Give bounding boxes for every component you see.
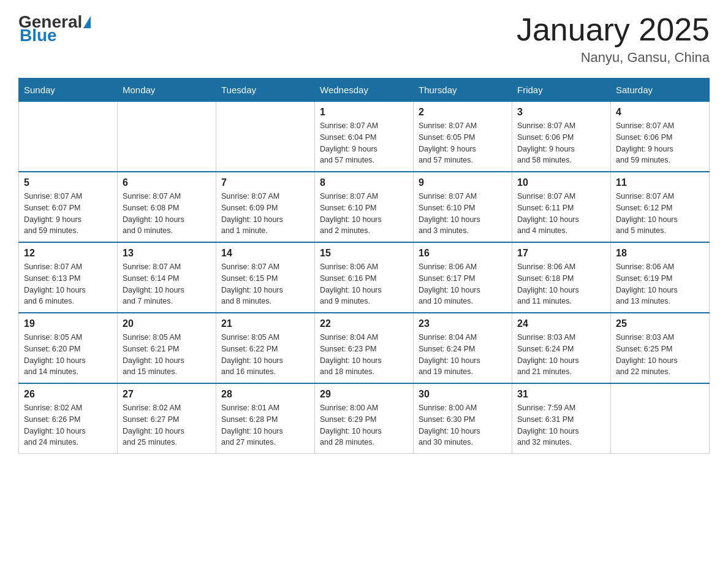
calendar-cell-w3-d5: 16Sunrise: 8:06 AM Sunset: 6:17 PM Dayli… [414, 242, 512, 313]
calendar-cell-w4-d3: 21Sunrise: 8:05 AM Sunset: 6:22 PM Dayli… [216, 313, 315, 383]
day-info: Sunrise: 8:02 AM Sunset: 6:26 PM Dayligh… [24, 402, 112, 448]
calendar-cell-w4-d2: 20Sunrise: 8:05 AM Sunset: 6:21 PM Dayli… [118, 313, 216, 383]
day-number: 31 [517, 389, 605, 400]
day-number: 19 [24, 318, 112, 329]
calendar-cell-w5-d1: 26Sunrise: 8:02 AM Sunset: 6:26 PM Dayli… [19, 383, 118, 454]
day-info: Sunrise: 8:07 AM Sunset: 6:04 PM Dayligh… [320, 120, 408, 166]
day-info: Sunrise: 8:07 AM Sunset: 6:06 PM Dayligh… [517, 120, 605, 166]
day-number: 6 [123, 177, 211, 188]
day-number: 13 [123, 248, 211, 259]
header-friday: Friday [512, 79, 611, 102]
calendar-cell-w2-d1: 5Sunrise: 8:07 AM Sunset: 6:07 PM Daylig… [19, 172, 118, 242]
calendar-cell-w1-d4: 1Sunrise: 8:07 AM Sunset: 6:04 PM Daylig… [315, 102, 414, 172]
weekday-header-row: Sunday Monday Tuesday Wednesday Thursday… [19, 79, 710, 102]
calendar-cell-w2-d7: 11Sunrise: 8:07 AM Sunset: 6:12 PM Dayli… [611, 172, 710, 242]
day-number: 12 [24, 248, 112, 259]
calendar-cell-w1-d2 [118, 102, 216, 172]
day-info: Sunrise: 8:07 AM Sunset: 6:09 PM Dayligh… [221, 191, 309, 237]
calendar-cell-w2-d4: 8Sunrise: 8:07 AM Sunset: 6:10 PM Daylig… [315, 172, 414, 242]
header-saturday: Saturday [611, 79, 710, 102]
calendar-cell-w4-d6: 24Sunrise: 8:03 AM Sunset: 6:24 PM Dayli… [512, 313, 611, 383]
calendar-cell-w1-d6: 3Sunrise: 8:07 AM Sunset: 6:06 PM Daylig… [512, 102, 611, 172]
day-number: 16 [419, 248, 507, 259]
day-number: 11 [616, 177, 704, 188]
calendar-subtitle: Nanyu, Gansu, China [517, 50, 710, 66]
page-header: General Blue January 2025 Nanyu, Gansu, … [18, 12, 710, 66]
logo: General Blue [18, 12, 92, 45]
day-info: Sunrise: 8:00 AM Sunset: 6:30 PM Dayligh… [419, 402, 507, 448]
calendar-cell-w4-d4: 22Sunrise: 8:04 AM Sunset: 6:23 PM Dayli… [315, 313, 414, 383]
header-thursday: Thursday [414, 79, 512, 102]
day-info: Sunrise: 8:02 AM Sunset: 6:27 PM Dayligh… [123, 402, 211, 448]
day-number: 20 [123, 318, 211, 329]
day-info: Sunrise: 8:07 AM Sunset: 6:12 PM Dayligh… [616, 191, 704, 237]
calendar-cell-w1-d5: 2Sunrise: 8:07 AM Sunset: 6:05 PM Daylig… [414, 102, 512, 172]
calendar-cell-w4-d5: 23Sunrise: 8:04 AM Sunset: 6:24 PM Dayli… [414, 313, 512, 383]
day-info: Sunrise: 8:07 AM Sunset: 6:05 PM Dayligh… [419, 120, 507, 166]
calendar-cell-w2-d3: 7Sunrise: 8:07 AM Sunset: 6:09 PM Daylig… [216, 172, 315, 242]
calendar-cell-w3-d2: 13Sunrise: 8:07 AM Sunset: 6:14 PM Dayli… [118, 242, 216, 313]
day-info: Sunrise: 8:01 AM Sunset: 6:28 PM Dayligh… [221, 402, 309, 448]
calendar-title: January 2025 [517, 12, 710, 47]
day-number: 2 [419, 107, 507, 118]
header-tuesday: Tuesday [216, 79, 315, 102]
day-info: Sunrise: 8:06 AM Sunset: 6:19 PM Dayligh… [616, 261, 704, 307]
calendar-cell-w3-d4: 15Sunrise: 8:06 AM Sunset: 6:16 PM Dayli… [315, 242, 414, 313]
day-number: 29 [320, 389, 408, 400]
day-number: 9 [419, 177, 507, 188]
day-number: 27 [123, 389, 211, 400]
day-number: 17 [517, 248, 605, 259]
day-info: Sunrise: 8:05 AM Sunset: 6:20 PM Dayligh… [24, 332, 112, 378]
calendar-cell-w2-d5: 9Sunrise: 8:07 AM Sunset: 6:10 PM Daylig… [414, 172, 512, 242]
calendar-title-area: January 2025 Nanyu, Gansu, China [517, 12, 710, 66]
calendar-cell-w5-d5: 30Sunrise: 8:00 AM Sunset: 6:30 PM Dayli… [414, 383, 512, 454]
day-number: 24 [517, 318, 605, 329]
calendar-cell-w5-d2: 27Sunrise: 8:02 AM Sunset: 6:27 PM Dayli… [118, 383, 216, 454]
calendar-cell-w1-d3 [216, 102, 315, 172]
day-number: 26 [24, 389, 112, 400]
day-info: Sunrise: 8:03 AM Sunset: 6:25 PM Dayligh… [616, 332, 704, 378]
day-number: 30 [419, 389, 507, 400]
header-sunday: Sunday [19, 79, 118, 102]
day-number: 25 [616, 318, 704, 329]
day-info: Sunrise: 8:06 AM Sunset: 6:17 PM Dayligh… [419, 261, 507, 307]
calendar-cell-w3-d6: 17Sunrise: 8:06 AM Sunset: 6:18 PM Dayli… [512, 242, 611, 313]
calendar-cell-w1-d1 [19, 102, 118, 172]
week-row-1: 1Sunrise: 8:07 AM Sunset: 6:04 PM Daylig… [19, 102, 710, 172]
logo-triangle-icon [83, 16, 91, 28]
day-number: 15 [320, 248, 408, 259]
day-info: Sunrise: 8:03 AM Sunset: 6:24 PM Dayligh… [517, 332, 605, 378]
day-info: Sunrise: 8:07 AM Sunset: 6:08 PM Dayligh… [123, 191, 211, 237]
day-number: 23 [419, 318, 507, 329]
day-info: Sunrise: 8:07 AM Sunset: 6:13 PM Dayligh… [24, 261, 112, 307]
calendar-cell-w4-d7: 25Sunrise: 8:03 AM Sunset: 6:25 PM Dayli… [611, 313, 710, 383]
day-info: Sunrise: 8:07 AM Sunset: 6:11 PM Dayligh… [517, 191, 605, 237]
day-number: 5 [24, 177, 112, 188]
day-info: Sunrise: 8:06 AM Sunset: 6:16 PM Dayligh… [320, 261, 408, 307]
logo-blue-text: Blue [20, 26, 57, 45]
day-number: 14 [221, 248, 309, 259]
day-number: 10 [517, 177, 605, 188]
day-info: Sunrise: 7:59 AM Sunset: 6:31 PM Dayligh… [517, 402, 605, 448]
day-info: Sunrise: 8:04 AM Sunset: 6:23 PM Dayligh… [320, 332, 408, 378]
day-number: 7 [221, 177, 309, 188]
calendar-cell-w3-d3: 14Sunrise: 8:07 AM Sunset: 6:15 PM Dayli… [216, 242, 315, 313]
calendar-cell-w5-d6: 31Sunrise: 7:59 AM Sunset: 6:31 PM Dayli… [512, 383, 611, 454]
day-number: 22 [320, 318, 408, 329]
day-number: 1 [320, 107, 408, 118]
day-info: Sunrise: 8:05 AM Sunset: 6:21 PM Dayligh… [123, 332, 211, 378]
day-number: 18 [616, 248, 704, 259]
week-row-3: 12Sunrise: 8:07 AM Sunset: 6:13 PM Dayli… [19, 242, 710, 313]
day-number: 4 [616, 107, 704, 118]
day-info: Sunrise: 8:06 AM Sunset: 6:18 PM Dayligh… [517, 261, 605, 307]
header-monday: Monday [118, 79, 216, 102]
calendar-cell-w5-d7 [611, 383, 710, 454]
calendar-cell-w3-d1: 12Sunrise: 8:07 AM Sunset: 6:13 PM Dayli… [19, 242, 118, 313]
day-info: Sunrise: 8:07 AM Sunset: 6:07 PM Dayligh… [24, 191, 112, 237]
calendar-cell-w5-d4: 29Sunrise: 8:00 AM Sunset: 6:29 PM Dayli… [315, 383, 414, 454]
calendar-cell-w2-d6: 10Sunrise: 8:07 AM Sunset: 6:11 PM Dayli… [512, 172, 611, 242]
day-info: Sunrise: 8:07 AM Sunset: 6:10 PM Dayligh… [320, 191, 408, 237]
day-info: Sunrise: 8:07 AM Sunset: 6:06 PM Dayligh… [616, 120, 704, 166]
day-info: Sunrise: 8:00 AM Sunset: 6:29 PM Dayligh… [320, 402, 408, 448]
calendar-cell-w3-d7: 18Sunrise: 8:06 AM Sunset: 6:19 PM Dayli… [611, 242, 710, 313]
